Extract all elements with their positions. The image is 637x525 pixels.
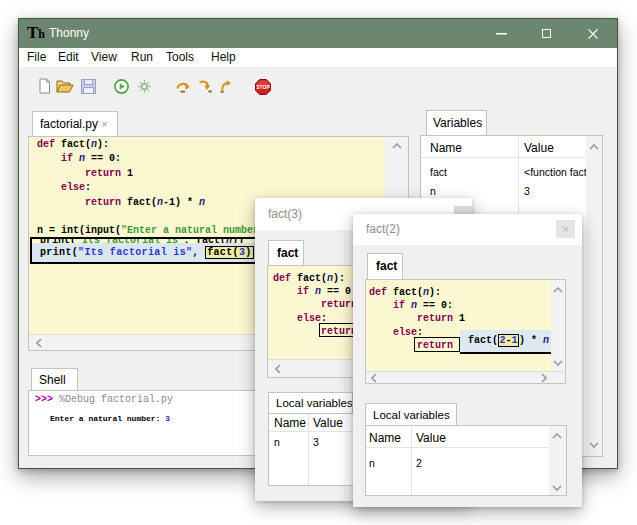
svg-text:STOP: STOP [256,84,270,90]
